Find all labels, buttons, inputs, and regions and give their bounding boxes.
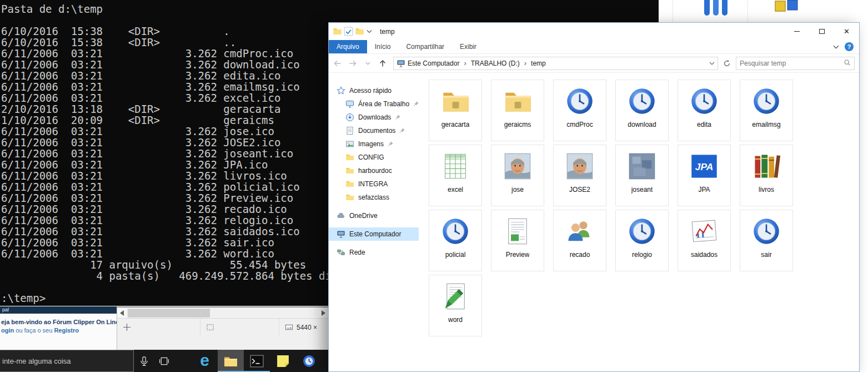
scrollbar-thumb[interactable] (128, 309, 210, 318)
up-button[interactable] (376, 57, 389, 70)
sidebar-item-area-de-trabalho[interactable]: Área de Trabalho (329, 97, 419, 111)
qat-customize-chevron-icon[interactable] (367, 29, 373, 36)
back-button[interactable] (331, 57, 344, 70)
star-icon (337, 86, 345, 95)
search-input[interactable] (740, 59, 844, 67)
sidebar-item-label: INTEGRA (358, 180, 388, 188)
svg-text:JPA: JPA (695, 161, 713, 172)
refresh-button[interactable] (721, 57, 733, 70)
docpage-icon (503, 217, 532, 246)
file-item-joseant[interactable]: joseant (615, 145, 669, 206)
minimize-button[interactable] (784, 23, 809, 39)
task-view-button[interactable] (154, 350, 174, 372)
file-item-cmdproc[interactable]: cmdProc (553, 80, 606, 141)
partial-app-icon-blue[interactable] (693, 0, 740, 21)
file-item-jose[interactable]: jose (491, 145, 544, 206)
title-bar[interactable]: temp ✕ (329, 23, 859, 40)
sidebar-item-harbourdoc[interactable]: harbourdoc (329, 164, 419, 177)
file-item-preview[interactable]: Preview (491, 210, 544, 271)
breadcrumb-segment-este-computador[interactable]: Este Computador (408, 59, 459, 67)
file-item-download[interactable]: download (615, 80, 669, 141)
file-label: Preview (506, 251, 530, 259)
file-item-jpa[interactable]: JPAJPA (678, 145, 731, 206)
login-link[interactable]: ogin (1, 327, 14, 334)
recent-locations-chevron-icon[interactable] (361, 57, 374, 70)
file-item-word[interactable]: word (429, 275, 482, 336)
sticky-notes-button[interactable] (270, 350, 296, 372)
edge-browser-button[interactable]: e (192, 350, 218, 372)
pin-icon (395, 115, 400, 120)
scrollbar-track[interactable] (127, 309, 319, 318)
taskbar-search-box[interactable]: inte-me alguma coisa (0, 350, 134, 372)
close-button[interactable]: ✕ (834, 23, 859, 39)
file-item-geracarta[interactable]: geracarta (429, 80, 482, 141)
refresh-icon (723, 59, 731, 67)
tab-arquivo[interactable]: Arquivo (329, 40, 367, 53)
microphone-button[interactable] (134, 350, 154, 372)
file-item-excel[interactable]: excel (429, 145, 482, 206)
sidebar-item-label: CONFIG (358, 153, 384, 161)
forward-button[interactable] (346, 57, 359, 70)
partial-app-icon-blocks[interactable] (760, 0, 806, 21)
taskbar-search-text: inte-me alguma coisa (2, 357, 71, 365)
microphone-icon (138, 355, 150, 367)
file-item-saidados[interactable]: saidados (678, 210, 731, 271)
doc-icon (345, 126, 354, 135)
forum-page-fragment: eja bem-vindo ao Fórum Clipper On Line! … (0, 314, 117, 350)
tab-compartilhar[interactable]: Compartilhar (398, 40, 452, 53)
sidebar-item-documentos[interactable]: Documentos (329, 124, 419, 137)
tab-inicio[interactable]: Início (367, 40, 399, 53)
location-computer-icon (397, 59, 405, 68)
sidebar-item-downloads[interactable]: Downloads (329, 111, 419, 124)
file-item-policial[interactable]: policial (429, 210, 482, 271)
download-icon (345, 113, 354, 122)
file-label: download (628, 121, 656, 128)
window-title: temp (380, 28, 395, 36)
file-item-sair[interactable]: sair (740, 210, 793, 271)
login-text: ou faça o seu (14, 327, 54, 334)
help-icon[interactable]: ? (845, 42, 854, 51)
maximize-button[interactable] (809, 23, 834, 39)
taskbar: inte-me alguma coisa e (0, 350, 333, 372)
file-item-edita[interactable]: edita (678, 80, 731, 141)
sidebar-item-acesso-rapido[interactable]: Acesso rápido (329, 84, 419, 97)
file-explorer-button[interactable] (218, 350, 244, 372)
ribbon-expand-chevron-icon[interactable] (833, 43, 839, 51)
scroll-right-icon[interactable] (319, 308, 328, 318)
sidebar-item-integra[interactable]: INTEGRA (329, 177, 419, 191)
up-arrow-icon (378, 59, 387, 68)
sidebar-item-este-computador[interactable]: Este Computador (329, 227, 419, 241)
file-label: sair (761, 251, 771, 259)
sticky-notes-icon (276, 354, 290, 368)
file-item-relogio[interactable]: relogio (615, 210, 669, 271)
blue-circle-app-button[interactable] (296, 350, 322, 372)
sidebar-item-label: Acesso rápido (349, 87, 392, 95)
qat-properties-icon[interactable] (344, 27, 353, 36)
sidebar-item-rede[interactable]: Rede (329, 246, 419, 259)
file-item-livros[interactable]: livros (740, 145, 793, 206)
sidebar-item-imagens[interactable]: Imagens (329, 137, 419, 151)
search-box[interactable] (736, 57, 855, 70)
address-bar[interactable]: Este Computador›TRABALHO (D:)›temp (393, 57, 718, 70)
command-prompt-button[interactable] (244, 350, 270, 372)
breadcrumb-segment-trabalho-d[interactable]: TRABALHO (D:) (471, 59, 520, 67)
file-item-jose2[interactable]: JOSE2 (553, 145, 606, 206)
command-prompt-icon (250, 354, 264, 368)
file-label: JPA (698, 186, 710, 194)
file-item-recado[interactable]: recado (553, 210, 606, 271)
breadcrumb-segment-temp[interactable]: temp (531, 59, 546, 67)
tab-exibir[interactable]: Exibir (452, 40, 484, 53)
horizontal-scrollbar[interactable] (117, 307, 328, 319)
register-link[interactable]: Registro (54, 327, 79, 334)
scroll-left-icon[interactable] (117, 308, 127, 318)
file-item-emailmsg[interactable]: emailmsg (740, 80, 793, 141)
qat-new-folder-icon[interactable] (355, 27, 364, 36)
back-arrow-icon (333, 59, 342, 68)
sidebar-item-sefazclass[interactable]: sefazclass (329, 191, 419, 204)
search-icon[interactable] (844, 59, 851, 68)
address-dropdown-chevron-icon[interactable] (709, 62, 715, 65)
file-item-geraicms[interactable]: geraicms (491, 80, 544, 141)
sidebar-item-config[interactable]: CONFIG (329, 151, 419, 164)
sidebar-item-onedrive[interactable]: OneDrive (329, 209, 419, 222)
photo-icon (503, 152, 532, 181)
